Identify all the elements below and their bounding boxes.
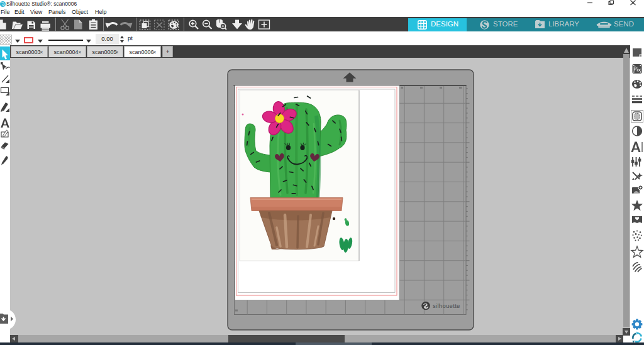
svg-text:silhouette: silhouette — [433, 302, 460, 309]
